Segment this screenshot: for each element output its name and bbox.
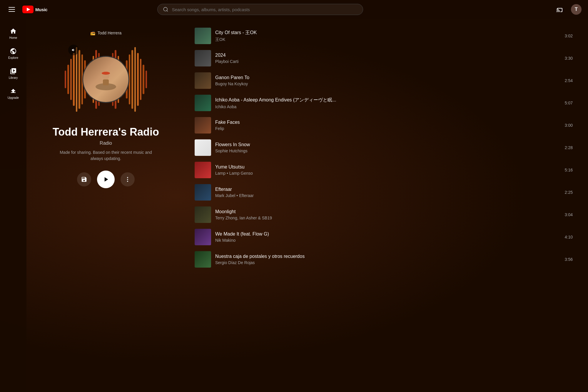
- track-duration: 5:16: [565, 168, 573, 172]
- track-info: Ichiko Aoba - Asleep Among Endives (アンディ…: [215, 97, 561, 109]
- sidebar-library-label: Library: [9, 76, 18, 79]
- sidebar-item-home[interactable]: Home: [1, 25, 25, 42]
- sidebar-home-label: Home: [9, 36, 17, 39]
- track-name: Ichiko Aoba - Asleep Among Endives (アンディ…: [215, 97, 561, 103]
- track-info: Moonlight Terry Zhong, Ian Asher & SB19: [215, 209, 561, 220]
- more-options-button[interactable]: [121, 172, 135, 186]
- track-artist: Bugoy Na Koykoy: [215, 81, 561, 86]
- track-name: We Made It (feat. Flow G): [215, 231, 561, 237]
- search-icon: [163, 6, 168, 12]
- track-thumbnail: [195, 206, 211, 223]
- yt-logo-icon: [22, 6, 34, 13]
- logo[interactable]: Music: [22, 6, 48, 13]
- topbar-left: Music: [6, 4, 59, 15]
- track-thumbnail: [195, 139, 211, 156]
- radio-description: Made for sharing. Based on their recent …: [59, 149, 153, 162]
- track-name: Moonlight: [215, 209, 561, 214]
- track-artist: Felip: [215, 126, 561, 131]
- track-name: Nuestra caja de postales y otros recuerd…: [215, 254, 561, 259]
- track-artist: Lamp • Lamp Genso: [215, 171, 561, 176]
- sidebar-item-library[interactable]: Library: [1, 65, 25, 82]
- topbar: Music T: [0, 0, 588, 19]
- track-artist: Mark Jubel • Efteraar: [215, 193, 561, 198]
- track-info: We Made It (feat. Flow G) Nik Makino: [215, 231, 561, 243]
- search-input[interactable]: [172, 7, 358, 12]
- right-panel: City Of stars - 王OK 王OK 3:02 2024 Playbo…: [185, 19, 588, 392]
- track-duration: 3:04: [565, 212, 573, 217]
- track-list: City Of stars - 王OK 王OK 3:02 2024 Playbo…: [191, 25, 576, 271]
- track-info: 2024 Playboi Carti: [215, 53, 561, 64]
- track-artist: Nik Makino: [215, 238, 561, 243]
- track-thumbnail: [195, 184, 211, 201]
- track-duration: 5:07: [565, 101, 573, 105]
- track-info: Fake Faces Felip: [215, 120, 561, 131]
- album-image: [83, 57, 128, 102]
- album-art-container: [65, 41, 147, 118]
- track-item[interactable]: Fake Faces Felip 3:00: [191, 114, 576, 136]
- play-icon: [102, 176, 110, 183]
- controls: [77, 171, 135, 188]
- svg-point-9: [127, 177, 128, 178]
- track-thumbnail: [195, 28, 211, 44]
- track-duration: 2:25: [565, 190, 573, 195]
- menu-button[interactable]: [6, 4, 18, 15]
- main-content: 📻 Todd Herrera: [26, 19, 588, 392]
- svg-line-3: [167, 11, 168, 11]
- save-button[interactable]: [77, 172, 91, 186]
- track-item[interactable]: Nuestra caja de postales y otros recuerd…: [191, 248, 576, 271]
- sidebar-explore-label: Explore: [8, 56, 18, 59]
- track-name: Ganon Paren To: [215, 75, 561, 80]
- topbar-right: T: [554, 4, 582, 15]
- track-thumbnail: [195, 229, 211, 245]
- svg-point-11: [127, 181, 128, 182]
- track-thumbnail: [195, 251, 211, 268]
- track-item[interactable]: Yume Utsutsu Lamp • Lamp Genso 5:16: [191, 159, 576, 181]
- track-thumbnail: [195, 162, 211, 178]
- track-name: 2024: [215, 53, 561, 58]
- svg-rect-6: [103, 79, 109, 85]
- more-icon: [124, 176, 131, 183]
- sidebar: Home Explore Library Upgrade: [0, 19, 26, 392]
- track-item[interactable]: Ganon Paren To Bugoy Na Koykoy 2:54: [191, 69, 576, 92]
- track-info: Nuestra caja de postales y otros recuerd…: [215, 254, 561, 265]
- track-name: Fake Faces: [215, 120, 561, 125]
- track-item[interactable]: Flowers In Snow Sophie Hutchings 2:28: [191, 136, 576, 159]
- now-playing-indicator: [68, 45, 79, 55]
- track-info: Yume Utsutsu Lamp • Lamp Genso: [215, 164, 561, 176]
- track-info: Ganon Paren To Bugoy Na Koykoy: [215, 75, 561, 86]
- track-artist: Sergio Díaz De Rojas: [215, 260, 561, 265]
- sidebar-item-upgrade[interactable]: Upgrade: [1, 85, 25, 102]
- track-item[interactable]: Moonlight Terry Zhong, Ian Asher & SB19 …: [191, 203, 576, 226]
- radio-title: Todd Herrera's Radio: [53, 126, 159, 138]
- track-item[interactable]: We Made It (feat. Flow G) Nik Makino 4:1…: [191, 226, 576, 248]
- avatar-initials: T: [571, 4, 582, 15]
- radio-emoji: 📻: [90, 31, 95, 35]
- svg-rect-8: [104, 72, 108, 74]
- track-thumbnail: [195, 117, 211, 134]
- upgrade-icon: [10, 88, 17, 95]
- radio-subtitle: Radio: [100, 141, 112, 146]
- track-thumbnail: [195, 95, 211, 111]
- track-item[interactable]: City Of stars - 王OK 王OK 3:02: [191, 25, 576, 47]
- track-item[interactable]: 2024 Playboi Carti 3:30: [191, 47, 576, 69]
- cast-button[interactable]: [554, 4, 566, 15]
- home-icon: [10, 28, 17, 35]
- save-icon: [81, 176, 87, 183]
- search-bar: [157, 4, 363, 15]
- track-name: Flowers In Snow: [215, 142, 561, 147]
- library-icon: [10, 68, 17, 75]
- track-artist: Sophie Hutchings: [215, 149, 561, 153]
- track-name: Efteraar: [215, 187, 561, 192]
- track-name: City Of stars - 王OK: [215, 30, 561, 36]
- sidebar-item-explore[interactable]: Explore: [1, 45, 25, 62]
- logo-brand-text: Music: [35, 7, 48, 12]
- track-artist: Playboi Carti: [215, 59, 561, 64]
- track-item[interactable]: Efteraar Mark Jubel • Efteraar 2:25: [191, 181, 576, 203]
- sidebar-upgrade-label: Upgrade: [8, 96, 19, 99]
- track-item[interactable]: Ichiko Aoba - Asleep Among Endives (アンディ…: [191, 92, 576, 114]
- cast-icon: [556, 6, 563, 13]
- track-name: Yume Utsutsu: [215, 164, 561, 170]
- user-avatar[interactable]: T: [570, 4, 582, 15]
- play-button[interactable]: [97, 171, 115, 188]
- track-duration: 2:54: [565, 78, 573, 83]
